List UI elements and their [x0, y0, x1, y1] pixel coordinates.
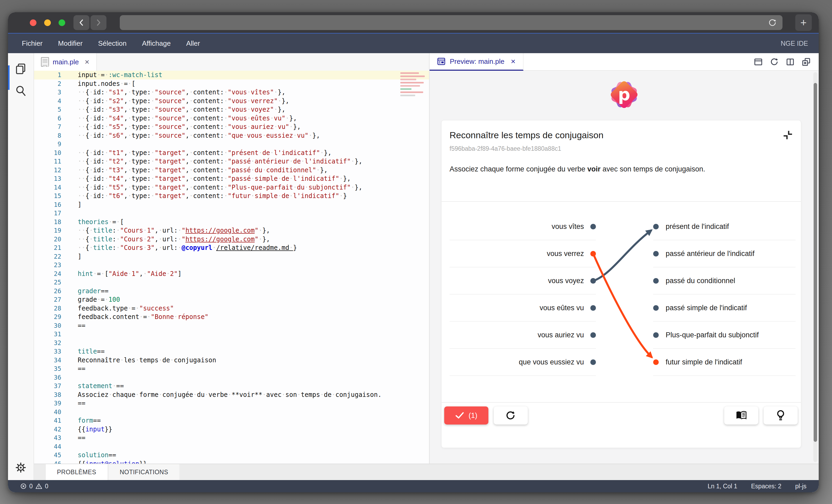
- code-line-34[interactable]: 34Reconnaître·les·temps·de·conjugaison: [34, 356, 429, 365]
- match-source-dot[interactable]: [590, 305, 596, 311]
- cursor-position[interactable]: Ln 1, Col 1: [708, 483, 737, 490]
- search-icon[interactable]: [15, 85, 27, 97]
- reset-button[interactable]: [494, 407, 528, 424]
- code-line-10[interactable]: 10··{·id:·"t1",·type:·"target",·content:…: [34, 148, 429, 157]
- code-line-32[interactable]: 32: [34, 339, 429, 347]
- code-line-13[interactable]: 13··{·id:·"t4",·type:·"target",·content:…: [34, 174, 429, 183]
- split-editor-icon[interactable]: [786, 57, 795, 66]
- errors-count[interactable]: 0: [29, 483, 33, 490]
- code-line-36[interactable]: 36: [34, 373, 429, 382]
- minimize-window-button[interactable]: [44, 20, 51, 26]
- code-line-3[interactable]: 3··{·id:·"s1",·type:·"source",·content:·…: [34, 88, 429, 97]
- browser-forward-button[interactable]: [90, 15, 106, 30]
- code-line-20[interactable]: 20··{·title:·"Cours·2",·url:·"https://go…: [34, 235, 429, 244]
- code-line-43[interactable]: 43==: [34, 433, 429, 442]
- code-line-22[interactable]: 22]: [34, 252, 429, 261]
- code-line-45[interactable]: 45solution==: [34, 451, 429, 459]
- collapse-icon[interactable]: [783, 130, 793, 140]
- browser-address-bar[interactable]: [120, 15, 782, 30]
- minimap[interactable]: [396, 72, 426, 112]
- reload-icon[interactable]: [768, 18, 777, 27]
- code-line-4[interactable]: 4··{·id:·"s2",·type:·"source",·content:·…: [34, 97, 429, 106]
- match-source-dot[interactable]: [590, 251, 596, 256]
- menu-modifier[interactable]: Modifier: [58, 39, 82, 48]
- code-line-17[interactable]: 17: [34, 209, 429, 218]
- warnings-count[interactable]: 0: [45, 483, 48, 490]
- menu-affichage[interactable]: Affichage: [142, 39, 171, 48]
- menu-selection[interactable]: Sélection: [98, 39, 127, 48]
- code-line-42[interactable]: 42{{input}}: [34, 425, 429, 434]
- code-editor[interactable]: 1input·=·:wc-match-list2input.nodes·=·[3…: [34, 71, 429, 464]
- theory-button[interactable]: [724, 407, 758, 424]
- tab-problems[interactable]: PROBLÈMES: [46, 464, 107, 480]
- code-line-19[interactable]: 19··{·title:·"Cours·1",·url:·"https://go…: [34, 226, 429, 235]
- match-source-item[interactable]: vous eûtes vu: [449, 295, 596, 321]
- tab-main-ple[interactable]: PLE main.ple ×: [34, 53, 97, 71]
- settings-gear-icon[interactable]: [15, 461, 27, 474]
- code-line-37[interactable]: 37statement·==: [34, 382, 429, 391]
- code-line-16[interactable]: 16]: [34, 200, 429, 209]
- submit-button[interactable]: (1): [444, 407, 488, 424]
- match-target-dot[interactable]: [653, 332, 659, 338]
- browser-back-button[interactable]: [74, 15, 89, 30]
- code-line-5[interactable]: 5··{·id:·"s3",·type:·"source",·content:·…: [34, 105, 429, 114]
- match-source-item[interactable]: que vous eussiez vu: [449, 349, 596, 376]
- menu-aller[interactable]: Aller: [186, 39, 200, 48]
- code-line-27[interactable]: 27grade·=·100: [34, 295, 429, 304]
- new-tab-button[interactable]: +: [795, 15, 812, 31]
- match-target-item[interactable]: Plus-que-parfait du subjonctif: [653, 321, 796, 349]
- close-preview-tab-icon[interactable]: ×: [511, 57, 516, 66]
- code-line-38[interactable]: 38Associez·chaque·forme·conjugée·du·verb…: [34, 391, 429, 399]
- code-line-11[interactable]: 11··{·id:·"t2",·type:·"target",·content:…: [34, 157, 429, 166]
- code-line-39[interactable]: 39==: [34, 399, 429, 408]
- code-line-2[interactable]: 2input.nodes·=·[: [34, 80, 429, 88]
- code-line-1[interactable]: 1input·=·:wc-match-list: [34, 71, 429, 80]
- code-line-6[interactable]: 6··{·id:·"s4",·type:·"source",·content:·…: [34, 114, 429, 123]
- tab-preview-main-ple[interactable]: Preview: main.ple ×: [430, 53, 523, 71]
- scrollbar-thumb[interactable]: [814, 83, 817, 442]
- match-source-dot[interactable]: [590, 278, 596, 284]
- match-source-dot[interactable]: [590, 224, 596, 229]
- language-mode[interactable]: pl-js: [795, 483, 806, 490]
- match-source-dot[interactable]: [590, 359, 596, 365]
- preview-scrollbar[interactable]: [813, 72, 817, 462]
- match-target-dot[interactable]: [653, 278, 659, 284]
- code-line-31[interactable]: 31: [34, 330, 429, 339]
- code-line-30[interactable]: 30==: [34, 321, 429, 330]
- match-target-item[interactable]: présent de l'indicatif: [653, 213, 796, 240]
- match-target-item[interactable]: passé antérieur de l'indicatif: [653, 240, 796, 268]
- fullscreen-window-button[interactable]: [58, 20, 65, 26]
- menu-fichier[interactable]: Fichier: [22, 39, 43, 48]
- code-line-44[interactable]: 44: [34, 442, 429, 451]
- match-source-dot[interactable]: [590, 332, 596, 338]
- match-source-item[interactable]: vous voyez: [449, 268, 596, 295]
- close-tab-icon[interactable]: ×: [85, 57, 89, 66]
- indentation-setting[interactable]: Espaces: 2: [751, 483, 781, 490]
- code-line-35[interactable]: 35==: [34, 364, 429, 373]
- match-target-dot[interactable]: [653, 224, 659, 229]
- code-line-24[interactable]: 24hint·=·["Aide·1",·"Aide·2"]: [34, 270, 429, 278]
- match-source-item[interactable]: vous verrez: [449, 240, 596, 268]
- match-target-dot[interactable]: [653, 359, 659, 365]
- hint-button[interactable]: [763, 407, 798, 424]
- code-line-15[interactable]: 15··{·id:·"t6",·type:·"target",·content:…: [34, 192, 429, 200]
- code-line-14[interactable]: 14··{·id:·"t5",·type:·"target",·content:…: [34, 183, 429, 192]
- code-line-23[interactable]: 23: [34, 261, 429, 270]
- tab-notifications[interactable]: NOTIFICATIONS: [109, 464, 179, 480]
- close-window-button[interactable]: [30, 20, 36, 26]
- refresh-preview-icon[interactable]: [770, 57, 779, 66]
- code-line-25[interactable]: 25: [34, 278, 429, 287]
- code-line-29[interactable]: 29feedback.content·=·"Bonne·réponse": [34, 313, 429, 321]
- match-target-item[interactable]: futur simple de l'indicatif: [653, 349, 796, 376]
- match-target-item[interactable]: passé du conditionnel: [653, 268, 796, 295]
- code-line-12[interactable]: 12··{·id:·"t3",·type:·"target",·content:…: [34, 166, 429, 175]
- code-line-9[interactable]: 9: [34, 140, 429, 148]
- code-line-8[interactable]: 8··{·id:·"s6",·type:·"source",·content:·…: [34, 131, 429, 140]
- code-line-26[interactable]: 26grader==: [34, 287, 429, 296]
- close-all-icon[interactable]: [802, 57, 811, 66]
- match-target-dot[interactable]: [653, 305, 659, 311]
- code-line-7[interactable]: 7··{·id:·"s5",·type:·"source",·content:·…: [34, 122, 429, 131]
- open-browser-icon[interactable]: [754, 57, 763, 66]
- code-line-21[interactable]: 21··{·title:·"Cours·3",·url:·@copyurl·/r…: [34, 244, 429, 252]
- code-line-46[interactable]: 46{{input@solution}}: [34, 459, 429, 464]
